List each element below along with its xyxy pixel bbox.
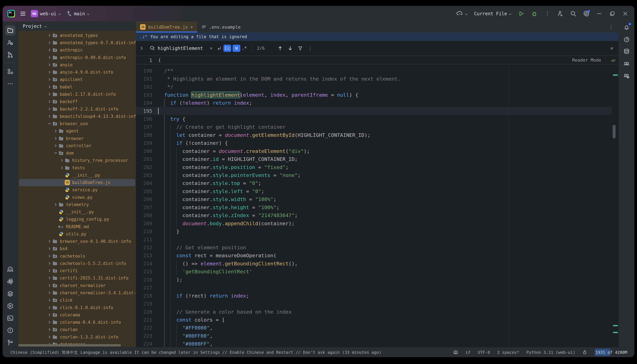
previous-match-icon[interactable] bbox=[278, 46, 283, 51]
tree-item[interactable]: browser bbox=[19, 135, 135, 142]
chevron-right-icon[interactable] bbox=[53, 129, 58, 133]
chevron-right-icon[interactable] bbox=[47, 254, 52, 258]
line-ending-widget[interactable]: LF bbox=[466, 350, 470, 355]
next-match-icon[interactable] bbox=[288, 46, 293, 51]
tree-item[interactable]: logging_config.py bbox=[19, 216, 135, 223]
chevron-right-icon[interactable] bbox=[47, 85, 52, 89]
line-number[interactable]: 217 bbox=[136, 284, 152, 292]
code-line[interactable]: 211 bbox=[136, 236, 612, 244]
tree-item[interactable]: click-8.1.8.dist-info bbox=[19, 304, 135, 311]
chevron-right-icon[interactable] bbox=[47, 284, 52, 288]
line-number[interactable]: 209 bbox=[136, 220, 152, 228]
tab-env-example[interactable]: .env.example bbox=[197, 22, 245, 32]
code-line[interactable]: 222 "#FF0000", bbox=[136, 324, 612, 332]
services-tool-icon[interactable] bbox=[5, 301, 16, 311]
chevron-right-icon[interactable] bbox=[47, 335, 52, 339]
code-line[interactable]: 207 container.style.height = "100%"; bbox=[136, 203, 612, 212]
tree-item[interactable]: __init__.py bbox=[19, 172, 135, 179]
search-options-icon[interactable] bbox=[150, 45, 155, 51]
line-number[interactable]: 190 bbox=[136, 66, 152, 75]
code-line[interactable]: 201 container.id = HIGHLIGHT_CONTAINER_I… bbox=[136, 155, 612, 163]
learn-users-icon[interactable]: ? bbox=[5, 38, 16, 48]
chevron-right-icon[interactable] bbox=[47, 77, 52, 82]
tree-item[interactable]: views.py bbox=[19, 194, 135, 201]
chevron-right-icon[interactable] bbox=[47, 33, 52, 38]
code-line[interactable]: 202 container.style.position = "fixed"; bbox=[136, 163, 612, 171]
chevron-right-icon[interactable] bbox=[47, 100, 52, 104]
code-line[interactable]: 217 bbox=[136, 284, 612, 292]
line-number[interactable]: 199 bbox=[136, 139, 152, 147]
close-icon[interactable]: × bbox=[190, 24, 193, 30]
chevron-right-icon[interactable] bbox=[47, 56, 52, 60]
code-line[interactable]: 216 ); bbox=[136, 276, 612, 284]
tree-item[interactable]: babel bbox=[19, 83, 135, 90]
tree-item[interactable]: bs4 bbox=[19, 245, 135, 252]
code-line[interactable]: 191 * Highlights an element in the DOM a… bbox=[136, 75, 612, 83]
problems-tool-icon[interactable] bbox=[5, 325, 16, 336]
tree-item[interactable]: anthropic-0.49.0.dist-info bbox=[19, 54, 135, 61]
code-line[interactable]: 190 /** bbox=[136, 66, 612, 75]
line-number[interactable]: 195 bbox=[136, 107, 152, 115]
code-viewport[interactable]: 189190 /**191 * Highlights an element in… bbox=[136, 64, 618, 347]
newline-icon[interactable] bbox=[216, 46, 222, 51]
close-button[interactable] bbox=[622, 10, 628, 17]
line-number[interactable]: 203 bbox=[136, 171, 152, 179]
clear-search-icon[interactable]: × bbox=[207, 45, 215, 52]
structure-tool-icon[interactable] bbox=[5, 66, 16, 77]
tree-item[interactable]: certifi-2025.1.31.dist-info bbox=[19, 274, 135, 282]
line-number[interactable]: 223 bbox=[136, 332, 152, 340]
chevron-right-icon[interactable] bbox=[47, 239, 52, 244]
ai-chat-icon[interactable] bbox=[622, 71, 632, 81]
search-input[interactable]: highlightElement bbox=[158, 46, 203, 51]
code-line[interactable]: 223 "#00FF00", bbox=[136, 332, 612, 340]
expand-replace-icon[interactable] bbox=[136, 46, 144, 51]
tree-horizontal-scrollbar[interactable] bbox=[18, 344, 121, 346]
tree-item[interactable]: charset_normalizer bbox=[19, 282, 135, 289]
line-number[interactable]: 192 bbox=[136, 83, 152, 91]
run-target-selector[interactable] bbox=[456, 10, 468, 17]
search-more-icon[interactable]: ⋮ bbox=[308, 46, 313, 51]
dependencies-tool-icon[interactable] bbox=[5, 288, 16, 299]
notifications-icon[interactable] bbox=[622, 22, 632, 32]
code-line[interactable]: 194 if (!element) return index; bbox=[136, 99, 612, 107]
run-button[interactable] bbox=[518, 10, 524, 17]
tab-builddomtree-js[interactable]: JS buildDomTree.js × bbox=[136, 22, 197, 32]
line-number[interactable]: 211 bbox=[136, 236, 152, 244]
editor-scrollbar[interactable] bbox=[612, 125, 616, 138]
chevron-right-icon[interactable] bbox=[53, 202, 58, 207]
minimize-button[interactable] bbox=[596, 10, 602, 17]
tree-item[interactable]: courlan-1.3.2.dist-info bbox=[19, 333, 135, 340]
code-line[interactable]: 212 // Get element position bbox=[136, 244, 612, 252]
chevron-right-icon[interactable] bbox=[47, 246, 52, 251]
tree-item[interactable]: agent bbox=[19, 128, 135, 135]
lock-open-icon[interactable] bbox=[582, 350, 588, 355]
tree-item[interactable]: tests bbox=[19, 164, 135, 172]
line-number[interactable]: 202 bbox=[136, 163, 152, 171]
line-number[interactable]: 198 bbox=[136, 131, 152, 139]
pull-requests-icon[interactable] bbox=[5, 50, 16, 60]
tree-item[interactable]: browser_use bbox=[19, 120, 135, 128]
code-line[interactable]: 189 bbox=[136, 64, 612, 67]
tree-item[interactable]: beautifulsoup4-4.13.3.dist-info bbox=[19, 112, 135, 120]
ai-robot-icon[interactable] bbox=[453, 350, 458, 355]
regex-toggle[interactable]: .* bbox=[240, 45, 248, 52]
tree-item[interactable]: anthropic bbox=[19, 46, 135, 54]
indent-widget[interactable]: 2 spaces* bbox=[497, 350, 519, 355]
tree-item[interactable]: JSbuildDomTree.js bbox=[19, 179, 135, 186]
code-line[interactable]: 198 let container = document.getElementB… bbox=[136, 131, 612, 139]
tree-item[interactable]: colorama bbox=[19, 311, 135, 318]
code-line[interactable]: 200 container = document.createElement("… bbox=[136, 147, 612, 155]
chevron-right-icon[interactable] bbox=[47, 40, 52, 45]
hugging-face-tool-icon[interactable] bbox=[5, 264, 16, 274]
line-number[interactable]: 205 bbox=[136, 187, 152, 195]
tree-item[interactable]: cachetools bbox=[19, 252, 135, 260]
tree-item[interactable]: click bbox=[19, 296, 135, 304]
tree-item[interactable]: charset_normalizer-3.4.1.dist-info bbox=[19, 289, 135, 296]
code-line[interactable]: 197 // Create or get highlight container bbox=[136, 123, 612, 131]
inspections-ok-icon[interactable] bbox=[610, 57, 616, 63]
tree-item[interactable]: apiclient bbox=[19, 76, 135, 83]
debug-button[interactable] bbox=[531, 10, 538, 17]
code-line[interactable]: 213 const rect = measureDomOperation( bbox=[136, 252, 612, 260]
main-menu-icon[interactable] bbox=[20, 11, 25, 16]
reader-mode-button[interactable]: Reader Mode bbox=[572, 58, 601, 62]
